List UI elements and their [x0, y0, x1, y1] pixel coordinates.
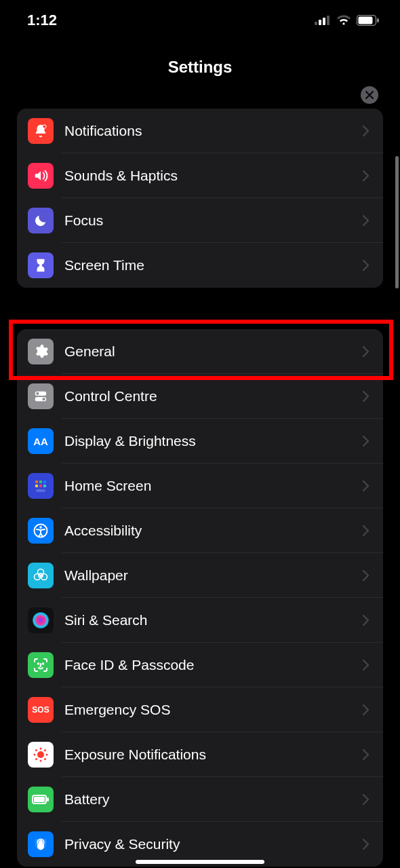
chevron-right-icon	[363, 525, 369, 536]
svg-rect-16	[43, 480, 46, 483]
chevron-right-icon	[363, 704, 369, 715]
svg-rect-18	[39, 485, 42, 487]
svg-rect-0	[315, 22, 317, 25]
svg-point-12	[42, 398, 45, 400]
row-label: Notifications	[64, 123, 363, 139]
screentime-icon	[28, 252, 54, 278]
svg-point-8	[43, 125, 45, 128]
row-display[interactable]: AA Display & Brightness	[17, 419, 383, 464]
chevron-right-icon	[363, 615, 369, 626]
status-time: 1:12	[27, 12, 57, 29]
row-label: Emergency SOS	[64, 702, 363, 718]
row-label: Focus	[64, 212, 363, 229]
chevron-right-icon	[363, 126, 369, 136]
row-faceid[interactable]: Face ID & Passcode	[17, 643, 383, 687]
chevron-right-icon	[363, 260, 369, 271]
svg-rect-42	[47, 797, 49, 801]
svg-point-35	[46, 754, 48, 756]
svg-rect-2	[323, 18, 325, 25]
svg-point-39	[44, 758, 46, 760]
exposure-icon	[28, 742, 54, 768]
row-wallpaper[interactable]: Wallpaper	[17, 553, 383, 598]
row-label: Display & Brightness	[64, 433, 363, 449]
row-label: Sounds & Haptics	[64, 168, 363, 184]
accessibility-icon	[28, 518, 54, 544]
status-bar: 1:12	[0, 0, 400, 41]
notifications-icon	[28, 118, 54, 144]
chevron-right-icon	[363, 215, 369, 226]
svg-point-22	[39, 526, 42, 529]
sounds-icon	[28, 163, 54, 189]
status-icons	[315, 15, 380, 26]
chevron-right-icon	[363, 570, 369, 581]
chevron-right-icon	[363, 436, 369, 447]
chevron-right-icon	[363, 170, 369, 181]
display-icon: AA	[28, 428, 54, 454]
row-label: Exposure Notifications	[64, 747, 363, 763]
svg-point-28	[38, 663, 39, 664]
privacy-icon	[28, 831, 54, 857]
svg-point-29	[43, 663, 44, 664]
row-exposure[interactable]: Exposure Notifications	[17, 732, 383, 777]
svg-point-27	[33, 612, 49, 628]
close-icon	[365, 91, 374, 99]
row-label: Wallpaper	[64, 567, 363, 584]
faceid-icon	[28, 652, 54, 678]
svg-point-10	[36, 392, 39, 395]
row-focus[interactable]: Focus	[17, 198, 383, 243]
row-sos[interactable]: SOS Emergency SOS	[17, 687, 383, 732]
chevron-right-icon	[363, 794, 369, 805]
row-label: Battery	[64, 791, 363, 808]
controlcentre-icon	[28, 383, 54, 409]
svg-rect-3	[327, 16, 329, 25]
focus-icon	[28, 208, 54, 233]
battery-icon	[28, 787, 54, 812]
chevron-right-icon	[363, 391, 369, 402]
chevron-right-icon	[363, 660, 369, 671]
row-screentime[interactable]: Screen Time	[17, 243, 383, 288]
row-accessibility[interactable]: Accessibility	[17, 508, 383, 553]
chevron-right-icon	[363, 480, 369, 491]
row-sounds[interactable]: Sounds & Haptics	[17, 153, 383, 198]
chevron-right-icon	[363, 749, 369, 760]
svg-point-37	[44, 749, 46, 751]
svg-point-33	[40, 760, 42, 762]
chevron-right-icon	[363, 839, 369, 850]
settings-group-2: General Control Centre AA Display & Brig…	[17, 329, 383, 867]
row-label: Screen Time	[64, 257, 363, 273]
sos-icon: SOS	[28, 697, 54, 723]
svg-rect-20	[36, 489, 45, 492]
svg-rect-17	[35, 485, 38, 487]
row-siri[interactable]: Siri & Search	[17, 598, 383, 643]
svg-point-38	[35, 758, 37, 760]
svg-point-32	[40, 748, 42, 750]
page-title: Settings	[0, 58, 400, 77]
siri-icon	[28, 607, 54, 633]
row-label: Privacy & Security	[64, 836, 363, 852]
row-notifications[interactable]: Notifications	[17, 109, 383, 153]
svg-rect-1	[319, 20, 321, 25]
svg-text:AA: AA	[33, 436, 48, 447]
svg-point-34	[34, 754, 36, 756]
row-controlcentre[interactable]: Control Centre	[17, 374, 383, 419]
svg-rect-14	[35, 480, 38, 483]
svg-rect-19	[43, 485, 46, 487]
svg-rect-41	[34, 797, 45, 802]
row-homescreen[interactable]: Home Screen	[17, 464, 383, 508]
home-indicator	[136, 860, 264, 864]
general-icon	[28, 339, 54, 364]
battery-icon	[357, 15, 380, 26]
row-label: Face ID & Passcode	[64, 657, 363, 673]
close-button[interactable]	[361, 86, 378, 104]
svg-point-31	[37, 751, 44, 758]
row-label: General	[64, 343, 363, 360]
row-label: Control Centre	[64, 388, 363, 404]
scroll-indicator	[395, 156, 399, 288]
wallpaper-icon	[28, 563, 54, 588]
row-battery[interactable]: Battery	[17, 777, 383, 822]
svg-point-36	[35, 749, 37, 751]
row-general[interactable]: General	[17, 329, 383, 374]
row-label: Siri & Search	[64, 612, 363, 628]
settings-group-1: Notifications Sounds & Haptics Focus Scr…	[17, 109, 383, 288]
svg-text:SOS: SOS	[32, 705, 49, 715]
